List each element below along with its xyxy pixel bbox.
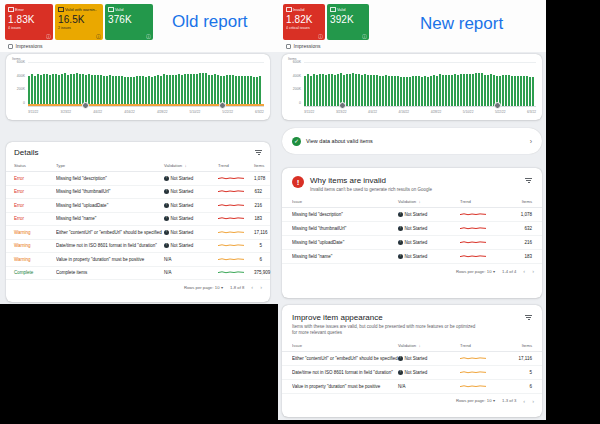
col-issue[interactable]: Issue xyxy=(292,343,398,348)
trend-sparkline xyxy=(218,201,254,210)
table-header: Status Type Validation Trend Items xyxy=(6,161,270,172)
x-tick: 3/23/22 xyxy=(336,110,347,114)
trend-sparkline xyxy=(218,187,254,196)
old-summary-cards: Error 1.83K 4 issues Valid with warnin..… xyxy=(5,4,153,40)
trend-sparkline xyxy=(218,255,254,264)
table-row[interactable]: Missing field "uploadDate" Not Started 2… xyxy=(282,236,542,250)
trend-sparkline xyxy=(460,224,510,233)
status-cell: Warning xyxy=(14,243,56,248)
valid-card[interactable]: Valid 376K xyxy=(105,4,153,40)
table-row[interactable]: Warning Either "contentUrl" or "embedUrl… xyxy=(6,226,270,240)
table-row[interactable]: Value in property "duration" must be pos… xyxy=(282,380,542,394)
plot-area xyxy=(304,62,536,107)
items-cell: 17,116 xyxy=(510,356,532,361)
col-trend[interactable]: Trend xyxy=(218,163,254,168)
details-table-body: Error Missing field "description" Not St… xyxy=(6,172,270,280)
annotation-marker[interactable] xyxy=(82,102,89,109)
chevron-right-icon[interactable]: › xyxy=(530,138,532,145)
trend-sparkline xyxy=(460,382,510,391)
col-items[interactable]: Items xyxy=(510,199,532,204)
rows-per-page[interactable]: Rows per page: 10 ▾ xyxy=(456,398,495,403)
annotation-marker[interactable] xyxy=(339,102,346,109)
validation-cell: N/A xyxy=(164,270,218,275)
table-row[interactable]: Error Missing field "description" Not St… xyxy=(6,172,270,186)
info-icon[interactable] xyxy=(46,34,51,39)
items-cell: 183 xyxy=(254,216,262,221)
info-icon[interactable] xyxy=(96,34,101,39)
next-page-icon[interactable]: › xyxy=(532,269,534,273)
old-report-panel: Error 1.83K 4 issues Valid with warnin..… xyxy=(0,0,278,304)
table-row[interactable]: Either "contentUrl" or "embedUrl" should… xyxy=(282,352,542,366)
info-icon[interactable] xyxy=(318,34,323,39)
filter-icon[interactable] xyxy=(525,313,532,337)
checkbox-icon[interactable] xyxy=(58,7,64,13)
table-row[interactable]: Date/time not in ISO 8601 format in fiel… xyxy=(282,366,542,380)
prev-page-icon[interactable]: ‹ xyxy=(523,269,525,273)
trend-sparkline xyxy=(460,210,510,219)
rows-per-page[interactable]: Rows per page: 10 ▾ xyxy=(456,269,495,274)
table-row[interactable]: Error Missing field "name" Not Started 1… xyxy=(6,213,270,227)
table-row[interactable]: Complete Complete items N/A 375,909 xyxy=(6,267,270,281)
impressions-checkbox[interactable] xyxy=(286,44,291,49)
table-row[interactable]: Missing field "description" Not Started … xyxy=(282,208,542,222)
why-invalid-card: Why items are invalid Invalid items can'… xyxy=(282,168,542,298)
checkbox-icon[interactable] xyxy=(286,7,292,13)
col-trend[interactable]: Trend xyxy=(460,343,510,348)
annotation-marker[interactable] xyxy=(494,102,501,109)
info-icon[interactable] xyxy=(362,34,367,39)
col-validation[interactable]: Validation xyxy=(398,343,460,348)
view-valid-items-link[interactable]: View data about valid items › xyxy=(282,128,542,154)
bar-series xyxy=(304,62,536,106)
col-validation[interactable]: Validation xyxy=(398,199,460,204)
impressions-checkbox[interactable] xyxy=(8,44,13,49)
checkbox-icon[interactable] xyxy=(8,7,14,13)
new-summary-cards: Invalid 1.82K 4 critical issues Valid 39… xyxy=(283,4,369,40)
dropdown-icon[interactable]: ▾ xyxy=(493,398,495,403)
checkbox-icon[interactable] xyxy=(108,7,114,13)
table-row[interactable]: Missing field "name" Not Started 183 xyxy=(282,250,542,264)
col-status[interactable]: Status xyxy=(14,163,56,168)
y-tick: 200K xyxy=(17,87,25,91)
filter-icon[interactable] xyxy=(525,176,532,193)
prev-page-icon[interactable]: ‹ xyxy=(251,285,253,289)
x-tick: 3/23/22 xyxy=(60,110,71,114)
valid-with-warnings-card[interactable]: Valid with warnin.. 16.5K 2 issues xyxy=(55,4,103,40)
prev-page-icon[interactable]: ‹ xyxy=(523,399,525,403)
validation-cell: Not Started xyxy=(164,203,218,208)
table-row[interactable]: Warning Date/time not in ISO 8601 format… xyxy=(6,240,270,254)
items-cell: 375,909 xyxy=(254,270,270,275)
col-items[interactable]: Items xyxy=(254,163,264,168)
invalid-card[interactable]: Invalid 1.82K 4 critical issues xyxy=(283,4,325,40)
table-row[interactable]: Warning Value in property "duration" mus… xyxy=(6,253,270,267)
col-type[interactable]: Type xyxy=(56,163,164,168)
next-page-icon[interactable]: › xyxy=(532,399,534,403)
y-tick: 400K xyxy=(17,74,25,78)
table-row[interactable]: Missing field "thumbnailUrl" Not Started… xyxy=(282,222,542,236)
valid-card[interactable]: Valid 392K xyxy=(327,4,369,40)
dropdown-icon[interactable]: ▾ xyxy=(493,269,495,274)
items-cell: 632 xyxy=(510,226,532,231)
error-card[interactable]: Error 1.83K 4 issues xyxy=(5,4,53,40)
annotation-marker[interactable] xyxy=(219,102,226,109)
dropdown-icon[interactable]: ▾ xyxy=(221,285,223,290)
table-row[interactable]: Error Missing field "uploadDate" Not Sta… xyxy=(6,199,270,213)
col-issue[interactable]: Issue xyxy=(292,199,398,204)
impressions-toggle[interactable]: Impressions xyxy=(286,43,320,49)
trend-sparkline xyxy=(460,252,510,261)
filter-icon[interactable] xyxy=(255,148,262,155)
next-page-icon[interactable]: › xyxy=(260,285,262,289)
rows-per-page[interactable]: Rows per page: 10 ▾ xyxy=(184,285,223,290)
col-items[interactable]: Items xyxy=(510,343,532,348)
impressions-toggle[interactable]: Impressions xyxy=(8,43,42,49)
checkbox-icon[interactable] xyxy=(330,7,336,13)
trend-sparkline xyxy=(218,241,254,250)
x-tick: 4/4/22 xyxy=(93,110,102,114)
validation-exclamation-icon xyxy=(164,243,169,248)
type-cell: Value in property "duration" must be pos… xyxy=(56,257,164,262)
col-trend[interactable]: Trend xyxy=(460,199,510,204)
info-icon[interactable] xyxy=(146,34,151,39)
col-validation[interactable]: Validation xyxy=(164,163,218,168)
table-row[interactable]: Error Missing field "thumbnailUrl" Not S… xyxy=(6,186,270,200)
card-label: Error xyxy=(15,7,24,12)
status-cell: Complete xyxy=(14,270,56,275)
